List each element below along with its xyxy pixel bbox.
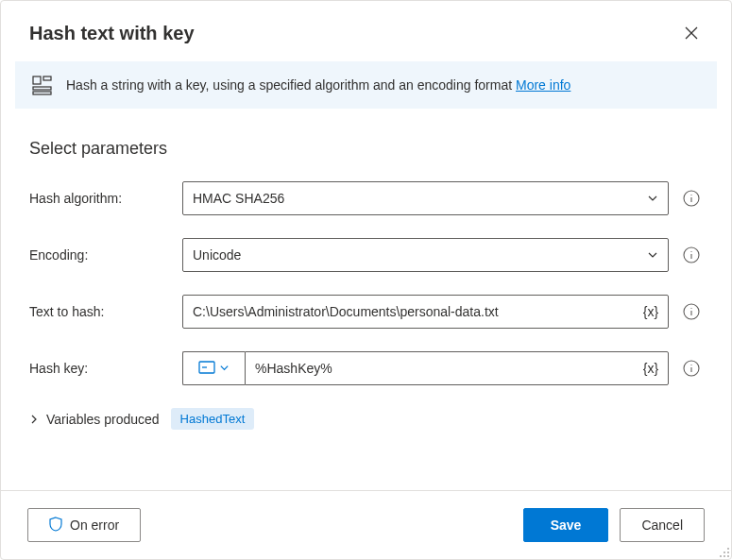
row-hash-algorithm: Hash algorithm: HMAC SHA256 bbox=[29, 181, 703, 215]
save-button[interactable]: Save bbox=[523, 508, 609, 542]
info-icon[interactable] bbox=[683, 360, 700, 377]
select-hash-algorithm-value: HMAC SHA256 bbox=[193, 191, 647, 206]
chevron-right-icon bbox=[29, 412, 39, 427]
variables-produced-toggle[interactable]: Variables produced bbox=[29, 412, 160, 427]
dialog-title: Hash text with key bbox=[29, 23, 195, 44]
direct-input-icon bbox=[198, 361, 215, 377]
variable-badge-hashedtext[interactable]: HashedText bbox=[171, 408, 255, 430]
info-icon[interactable] bbox=[683, 303, 700, 320]
cancel-button[interactable]: Cancel bbox=[620, 508, 705, 542]
shield-icon bbox=[49, 517, 62, 535]
close-icon bbox=[685, 26, 698, 40]
section-title: Select parameters bbox=[29, 139, 703, 159]
footer-actions: Save Cancel bbox=[523, 508, 705, 542]
on-error-label: On error bbox=[70, 518, 119, 533]
svg-point-7 bbox=[690, 251, 691, 252]
variables-produced-label: Variables produced bbox=[46, 412, 160, 427]
svg-rect-2 bbox=[33, 87, 51, 90]
label-hash-key: Hash key: bbox=[29, 361, 171, 376]
dialog-content: Select parameters Hash algorithm: HMAC S… bbox=[1, 116, 731, 490]
chevron-down-icon bbox=[647, 193, 658, 204]
info-icon[interactable] bbox=[683, 190, 700, 207]
svg-point-9 bbox=[690, 308, 691, 309]
info-banner-text: Hash a string with a key, using a specif… bbox=[66, 77, 570, 93]
svg-point-5 bbox=[690, 195, 691, 195]
select-encoding-value: Unicode bbox=[193, 247, 647, 263]
chevron-down-icon bbox=[647, 249, 658, 261]
insert-variable-button[interactable]: {x} bbox=[638, 298, 664, 325]
action-icon bbox=[32, 75, 53, 95]
label-hash-algorithm: Hash algorithm: bbox=[29, 191, 171, 206]
more-info-link[interactable]: More info bbox=[516, 77, 570, 93]
label-text-to-hash: Text to hash: bbox=[29, 304, 171, 319]
dialog-header: Hash text with key bbox=[1, 1, 731, 61]
close-button[interactable] bbox=[676, 18, 706, 48]
input-text-to-hash-value: C:\Users\Administrator\Documents\persona… bbox=[193, 304, 634, 319]
svg-rect-0 bbox=[33, 76, 41, 84]
input-text-to-hash[interactable]: C:\Users\Administrator\Documents\persona… bbox=[182, 295, 669, 329]
input-hash-key-value: %HashKey% bbox=[255, 361, 634, 376]
insert-variable-button[interactable]: {x} bbox=[638, 355, 664, 382]
on-error-button[interactable]: On error bbox=[27, 508, 141, 542]
select-encoding[interactable]: Unicode bbox=[182, 238, 669, 272]
svg-rect-3 bbox=[33, 92, 51, 94]
chevron-down-icon bbox=[219, 361, 230, 376]
hash-key-type-selector[interactable] bbox=[182, 351, 245, 385]
input-hash-key[interactable]: %HashKey% {x} bbox=[245, 351, 669, 385]
info-banner: Hash a string with a key, using a specif… bbox=[15, 61, 717, 109]
svg-point-13 bbox=[690, 365, 691, 365]
row-text-to-hash: Text to hash: C:\Users\Administrator\Doc… bbox=[29, 295, 703, 329]
label-encoding: Encoding: bbox=[29, 247, 171, 263]
variables-produced-row: Variables produced HashedText bbox=[29, 408, 703, 430]
row-encoding: Encoding: Unicode bbox=[29, 238, 703, 272]
select-hash-algorithm[interactable]: HMAC SHA256 bbox=[182, 181, 669, 215]
svg-rect-1 bbox=[43, 76, 51, 80]
dialog-footer: On error Save Cancel bbox=[1, 490, 731, 559]
row-hash-key: Hash key: %HashKey% {x} bbox=[29, 351, 703, 385]
info-icon[interactable] bbox=[683, 246, 700, 263]
